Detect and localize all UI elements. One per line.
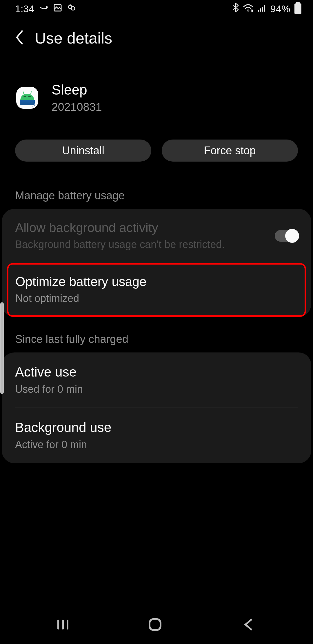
- manage-card: Allow background activity Background bat…: [2, 209, 311, 317]
- home-button[interactable]: [148, 617, 162, 633]
- optimize-title: Optimize battery usage: [15, 274, 289, 289]
- background-use-title: Background use: [15, 419, 289, 435]
- svg-rect-6: [262, 7, 263, 12]
- background-use-subtitle: Active for 0 min: [15, 438, 289, 452]
- background-use-row[interactable]: Background use Active for 0 min: [15, 408, 298, 463]
- svg-point-2: [71, 7, 75, 10]
- nav-back-button[interactable]: [241, 617, 256, 633]
- status-bar: 1:34 94%: [0, 0, 313, 17]
- allow-background-row: Allow background activity Background bat…: [15, 209, 298, 263]
- bluetooth-icon: [232, 3, 239, 15]
- processing-icon: [67, 3, 76, 15]
- active-use-title: Active use: [15, 364, 289, 380]
- action-buttons: Uninstall Force stop: [0, 131, 313, 185]
- scrollbar[interactable]: [0, 302, 4, 394]
- svg-rect-7: [264, 5, 265, 12]
- optimize-highlight: Optimize battery usage Not optimized: [7, 263, 306, 317]
- app-name: Sleep: [52, 82, 102, 98]
- recents-button[interactable]: [57, 619, 69, 632]
- active-use-row[interactable]: Active use Used for 0 min: [15, 352, 298, 408]
- back-icon[interactable]: [14, 29, 24, 47]
- image-icon: [53, 3, 62, 15]
- svg-rect-4: [258, 10, 259, 12]
- since-section-header: Since last fully charged: [0, 328, 313, 352]
- since-card: Active use Used for 0 min Background use…: [2, 352, 311, 464]
- signal-icon: [257, 3, 266, 15]
- active-use-subtitle: Used for 0 min: [15, 383, 289, 396]
- navigation-bar: [0, 606, 313, 644]
- status-left: 1:34: [15, 3, 76, 15]
- svg-point-3: [248, 11, 249, 12]
- page-title: Use details: [35, 29, 112, 47]
- amazon-icon: [39, 3, 48, 15]
- optimize-row[interactable]: Optimize battery usage Not optimized: [8, 265, 305, 315]
- allow-background-subtitle: Background battery usage can't be restri…: [15, 238, 266, 252]
- uninstall-button[interactable]: Uninstall: [15, 140, 151, 162]
- wifi-icon: [243, 3, 253, 15]
- optimize-subtitle: Not optimized: [15, 292, 289, 305]
- clock: 1:34: [15, 3, 34, 15]
- allow-background-toggle[interactable]: [275, 230, 298, 242]
- manage-section-header: Manage battery usage: [0, 185, 313, 209]
- app-icon: β: [16, 87, 38, 109]
- allow-background-title: Allow background activity: [15, 220, 266, 235]
- title-bar: Use details: [0, 17, 313, 56]
- svg-rect-11: [150, 619, 161, 630]
- battery-icon: [294, 3, 301, 14]
- battery-percentage: 94%: [270, 3, 290, 15]
- app-header: β Sleep 20210831: [0, 56, 313, 131]
- svg-rect-5: [260, 8, 261, 12]
- app-version: 20210831: [52, 101, 102, 113]
- status-right: 94%: [232, 3, 301, 15]
- force-stop-button[interactable]: Force stop: [162, 140, 298, 162]
